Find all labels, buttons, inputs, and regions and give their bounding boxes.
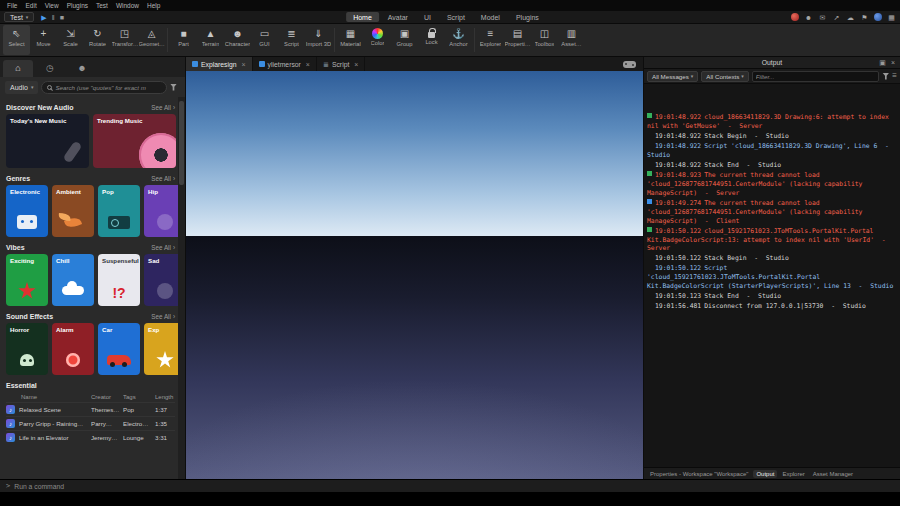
messages-filter-dropdown[interactable]: All Messages ▾ [647, 71, 698, 82]
play-button[interactable]: ▶ [41, 14, 46, 21]
output-menu-icon[interactable]: ≡ [892, 72, 897, 80]
transform-tool-button[interactable]: ◳ Transfor… [111, 25, 138, 55]
scale-tool-button[interactable]: ⇲ Scale [57, 25, 84, 55]
contexts-filter-dropdown[interactable]: All Contexts ▾ [701, 71, 749, 82]
ribbon-divider[interactable] [474, 28, 475, 52]
menu-item[interactable]: Plugins [63, 2, 92, 9]
audio-category-card[interactable]: Today's New Music [6, 114, 89, 168]
color-button[interactable]: Color [364, 25, 391, 55]
close-icon[interactable]: × [891, 59, 895, 66]
asset-manager-button[interactable]: ▥ Asset… [558, 25, 585, 55]
group-button[interactable]: ▣ Group [391, 25, 418, 55]
ribbon-tab[interactable]: Script [440, 12, 472, 22]
tab-close-icon[interactable]: × [354, 61, 358, 68]
audio-table-row[interactable]: ♪Relaxed Scene Themes… Pop 1:37 [6, 402, 175, 416]
audio-category-card[interactable]: Horror [6, 323, 48, 375]
command-bar[interactable]: > Run a command [0, 479, 900, 492]
panel-tab[interactable]: Explorer [779, 470, 807, 478]
user-avatar-red[interactable] [791, 13, 799, 21]
pause-button[interactable]: ‖ [52, 14, 55, 21]
share-icon[interactable]: ↗ [832, 14, 841, 21]
3d-viewport[interactable] [186, 71, 643, 479]
audio-category-card[interactable]: Pop [98, 185, 140, 237]
marketplace-tab[interactable]: ⌂ [3, 60, 33, 77]
ribbon-tab[interactable]: Plugins [509, 12, 546, 22]
ribbon-divider[interactable] [334, 28, 335, 52]
toolbox-scrollbar[interactable] [178, 97, 185, 479]
ribbon-button-icon: ◫ [540, 27, 549, 40]
ribbon-divider[interactable] [167, 28, 168, 52]
chevron-down-icon: ▾ [691, 74, 694, 79]
audio-table-row[interactable]: ♪Life in an Elevator Jeremy… Lounge 3:31 [6, 430, 175, 444]
audio-category-card[interactable]: Chill [52, 254, 94, 306]
cloud-sync-icon[interactable]: ☁ [846, 14, 855, 21]
audio-category-card[interactable]: Electronic [6, 185, 48, 237]
select-tool-button[interactable]: ⇖ Select [3, 25, 30, 55]
chat-icon[interactable]: ✉ [818, 14, 827, 21]
creations-tab[interactable]: ☻ [67, 60, 97, 77]
filter-icon[interactable] [882, 73, 889, 80]
lock-button[interactable]: Lock [418, 25, 445, 55]
material-button[interactable]: ▦ Material [337, 25, 364, 55]
tab-close-icon[interactable]: × [306, 61, 310, 68]
notifications-icon[interactable]: ⚑ [860, 14, 869, 21]
output-filter-input[interactable] [756, 73, 875, 80]
category-dropdown[interactable]: Audio ▾ [5, 81, 38, 94]
see-all-link[interactable]: See All› [151, 175, 175, 182]
menu-item[interactable]: File [3, 2, 21, 9]
gui-button[interactable]: ▭ GUI [251, 25, 278, 55]
ribbon-tab[interactable]: Home [346, 12, 379, 22]
audio-category-card[interactable]: Alarm [52, 323, 94, 375]
import-3d-button[interactable]: ⇓ Import 3D [305, 25, 332, 55]
ribbon-tab[interactable]: Model [474, 12, 507, 22]
document-tab[interactable]: ylietmersor × [253, 57, 317, 71]
geometric-tool-button[interactable]: ◬ Geomet… [138, 25, 165, 55]
explorer-button[interactable]: ≡ Explorer [477, 25, 504, 55]
audio-category-card[interactable]: Car [98, 323, 140, 375]
test-mode-dropdown[interactable]: Test ▾ [4, 12, 34, 22]
audio-category-card[interactable]: Ambient [52, 185, 94, 237]
collaborate-icon[interactable]: ☻ [804, 14, 813, 21]
menu-item[interactable]: Edit [21, 2, 40, 9]
ribbon-button-icon [372, 28, 383, 39]
audio-category-card[interactable]: Exciting [6, 254, 48, 306]
gamepad-icon[interactable] [623, 61, 636, 68]
see-all-link[interactable]: See All› [151, 244, 175, 251]
menu-item[interactable]: Help [143, 2, 164, 9]
see-all-link[interactable]: See All› [151, 313, 175, 320]
document-tab[interactable]: Explaresign × [186, 57, 253, 71]
anchor-button[interactable]: ⚓ Anchor [445, 25, 472, 55]
menu-item[interactable]: View [41, 2, 63, 9]
toolbox-button[interactable]: ◫ Toolbox [531, 25, 558, 55]
character-button[interactable]: ☻ Character [224, 25, 251, 55]
part-button[interactable]: ■ Part [170, 25, 197, 55]
menu-item[interactable]: Window [112, 2, 143, 9]
panel-tab[interactable]: Asset Manager [810, 470, 856, 478]
document-tab[interactable]: ≣ Script × [317, 57, 365, 71]
apps-grid-icon[interactable]: ▦ [887, 14, 896, 21]
move-tool-button[interactable]: + Move [30, 25, 57, 55]
ribbon-tab[interactable]: UI [417, 12, 438, 22]
toolbox-search-input[interactable] [55, 84, 161, 91]
column-header-creator: Creator [91, 394, 123, 400]
see-all-link[interactable]: See All› [151, 104, 175, 111]
user-avatar-blue[interactable] [874, 13, 882, 21]
rotate-tool-button[interactable]: ↻ Rotate [84, 25, 111, 55]
script-button[interactable]: ≣ Script [278, 25, 305, 55]
recent-tab[interactable]: ◷ [35, 60, 65, 77]
panel-tab[interactable]: Output [753, 470, 777, 478]
terrain-button[interactable]: ▲ Terrain [197, 25, 224, 55]
audio-category-card[interactable]: Suspenseful !? [98, 254, 140, 306]
tab-close-icon[interactable]: × [242, 61, 246, 68]
properties-button[interactable]: ▤ Properti… [504, 25, 531, 55]
menu-item[interactable]: Test [92, 2, 112, 9]
dock-icon[interactable]: ▣ [879, 59, 886, 66]
panel-tab[interactable]: Properties - Workspace "Workspace" [647, 470, 751, 478]
audio-table-row[interactable]: ♪Parry Gripp - Raining… Parry… Electro… … [6, 416, 175, 430]
audio-category-card[interactable]: Trending Music [93, 114, 176, 168]
stop-button[interactable]: ■ [60, 14, 64, 21]
filter-icon[interactable] [170, 84, 177, 91]
scrollbar-thumb[interactable] [179, 101, 184, 185]
command-placeholder: Run a command [14, 483, 64, 490]
ribbon-tab[interactable]: Avatar [381, 12, 415, 22]
